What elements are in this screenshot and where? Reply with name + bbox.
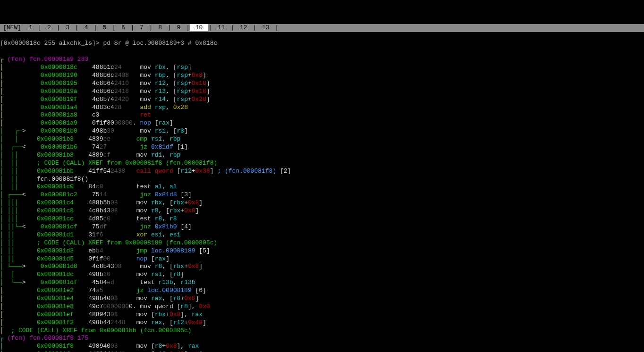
tab-11[interactable]: 11 <box>212 24 230 31</box>
disasm-line: │ └───> 0x000081d8 4c8b4308 mov r8, [rbx… <box>0 263 644 271</box>
address: 0x000081d3 <box>37 247 74 254</box>
disasm-line: │ 0x0000818c 488b1c24 mov rbx, [rsp] <box>0 64 644 72</box>
disasm-line: │ ││ ; CODE (CALL) XREF from 0x000081f8 … <box>0 159 644 168</box>
disasm-line: │ ││ ; CODE (CALL) XREF from 0x00008189 … <box>0 239 644 247</box>
hex-bytes: 4889ef <box>88 151 110 159</box>
hex-bytes: ebb4 <box>88 247 103 254</box>
address: 0x000081b3 <box>37 135 74 142</box>
hex-bytes: 0f1f00 <box>88 255 110 262</box>
disasm-line: │ ┌───< 0x000081c2 7514 jnz 0x81d8 [3] <box>0 191 644 199</box>
address: 0x000081e8 <box>37 303 74 310</box>
tab-2[interactable]: 2 <box>42 24 56 31</box>
disasm-line: │ ││ 0x000081d5 0f1f00 nop [rax] <box>0 255 644 263</box>
disasm-line: │ ┌──< 0x000081b6 7427 jz 0x81df [1] <box>0 143 644 151</box>
disasm-line: │ ; CODE (CALL) XREF from 0x000081bb (fc… <box>0 327 644 335</box>
disasm-line: │ 0x000081a9 0f1f8000000. nop [rax] <box>0 119 644 127</box>
disasm-line: │ 0x000081ef 48894308 mov [rbx+0x8], rax <box>0 311 644 319</box>
disasm-line: │ └──> 0x000081df 4584ed test r13b, r13b <box>0 279 644 287</box>
address: 0x000081b0 <box>41 127 77 134</box>
hex-bytes: 49c700000000. <box>88 303 136 310</box>
hex-bytes: 75df <box>92 223 107 230</box>
tab-bar: [NEW] 1 | 2 | 3 | 4 | 5 | 6 | 7 | 8 | 9 … <box>0 24 644 32</box>
hex-bytes: c3 <box>92 111 100 118</box>
hex-bytes: 0f1f8000000. <box>92 119 136 126</box>
hex-bytes: 41ff542438 <box>88 168 125 175</box>
tab-12[interactable]: 12 <box>234 24 253 31</box>
hex-bytes: 4584ed <box>92 279 114 286</box>
tab-10[interactable]: 10 <box>190 24 208 31</box>
address: 0x0000819a <box>41 88 77 95</box>
disasm-line: │ ┌─> 0x000081b0 498b30 mov rsi, [r8] <box>0 127 644 135</box>
address: 0x000081cf <box>41 223 77 230</box>
address: 0x000081b6 <box>41 143 77 151</box>
tab-new[interactable]: [NEW] <box>1 24 23 31</box>
hex-bytes: 7514 <box>92 191 107 198</box>
hex-bytes: 4c8b4308 <box>88 207 118 214</box>
tab-8[interactable]: 8 <box>153 24 168 31</box>
address: 0x00008195 <box>41 80 77 87</box>
disasm-line: │ ││ 0x000081b8 4889ef mov rdi, rbp <box>0 151 644 159</box>
hex-bytes: 4c8b742420 <box>92 96 129 103</box>
address: 0x0000819f <box>41 96 77 103</box>
address: 0x000081d8 <box>41 263 77 270</box>
hex-bytes: 488b6c2408 <box>92 72 129 79</box>
disasm-line: │ 0x00008190 488b6c2408 mov rbp, [rsp+0x… <box>0 72 644 80</box>
hex-bytes: 488b5b08 <box>88 199 118 206</box>
disasm-line: │ 0x00008195 4c8b642410 mov r12, [rsp+0x… <box>0 80 644 88</box>
disasm-line: │ 0x000081e2 74a5 jz loc.00008189 [6] <box>0 287 644 295</box>
tab-9[interactable]: 9 <box>171 24 186 31</box>
address: 0x000081f3 <box>37 319 74 326</box>
tab-4[interactable]: 4 <box>79 24 93 31</box>
address: 0x000081c0 <box>37 183 74 190</box>
hex-bytes: 498b4008 <box>88 295 118 302</box>
address: 0x000081bb <box>37 168 74 175</box>
disasm-line: │ │││ 0x000081cc 4d85c0 test r8, r8 <box>0 215 644 223</box>
address: 0x000081e4 <box>37 295 74 302</box>
tab-13[interactable]: 13 <box>256 24 275 31</box>
address: 0x0000818c <box>41 64 77 71</box>
tab-1[interactable]: 1 <box>23 24 38 31</box>
hex-bytes: 4883c428 <box>92 104 121 111</box>
address: 0x000081a8 <box>41 111 77 118</box>
tab-3[interactable]: 3 <box>60 24 75 31</box>
address: 0x000081a4 <box>41 104 77 111</box>
address: 0x000081c2 <box>41 191 77 198</box>
disasm-line: │ 0x000081f3 498b442448 mov rax, [r12+0x… <box>0 319 644 327</box>
address: 0x000081f8 <box>37 343 74 350</box>
tab-7[interactable]: 7 <box>134 24 149 31</box>
address: 0x000081c8 <box>37 207 74 214</box>
address: 0x000081d1 <box>37 231 74 238</box>
tab-5[interactable]: 5 <box>97 24 112 31</box>
address: 0x000081df <box>41 279 77 286</box>
address: 0x000081dc <box>37 271 74 278</box>
hex-bytes: 31f6 <box>88 231 103 238</box>
disasm-line: │ 0x000081e8 49c700000000. mov qword [r8… <box>0 303 644 311</box>
disasm-line: │ ││ 0x000081d3 ebb4 jmp loc.00008189 [5… <box>0 247 644 255</box>
hex-bytes: 498b30 <box>88 271 110 278</box>
disasm-line: │ 0x000081e4 498b4008 mov rax, [r8+0x8] <box>0 295 644 303</box>
hex-bytes: 4d85c0 <box>88 215 110 222</box>
disassembly-view: ┌ (fcn) fcn.000081a9 283│ 0x0000818c 488… <box>0 56 644 352</box>
disasm-line: │ ││└─< 0x000081cf 75df jnz 0x81b0 [4] <box>0 223 644 231</box>
disasm-line: │ ││ 0x000081c0 84c0 test al, al <box>0 183 644 191</box>
prompt-line[interactable]: [0x0000818c 255 alxchk_ls]> pd $r @ loc.… <box>0 40 644 48</box>
hex-bytes: 84c0 <box>88 183 103 190</box>
hex-bytes: 498b30 <box>92 127 114 134</box>
disasm-line: │ 0x0000819a 4c8b6c2418 mov r13, [rsp+0x… <box>0 88 644 96</box>
disasm-line: │ │││ 0x000081c4 488b5b08 mov rbx, [rbx+… <box>0 199 644 207</box>
disasm-line: │ │ 0x000081dc 498b30 mov rsi, [r8] <box>0 271 644 279</box>
address: 0x000081a9 <box>41 119 77 126</box>
address: 0x00008190 <box>41 72 77 79</box>
disasm-line: ┌ (fcn) fcn.000081a9 283 <box>0 56 644 64</box>
disasm-line: │ 0x000081a8 c3 ret <box>0 111 644 119</box>
hex-bytes: 4c8b4308 <box>92 263 121 270</box>
tab-6[interactable]: 6 <box>116 24 130 31</box>
disasm-line: │ 0x000081a4 4883c428 add rsp, 0x28 <box>0 104 644 112</box>
hex-bytes: 4839ee <box>88 135 110 142</box>
disasm-line: ┌ (fcn) fcn.000081f8 175 <box>0 335 644 343</box>
address: 0x000081cc <box>37 215 74 222</box>
address: 0x000081e2 <box>37 287 74 294</box>
disasm-line: │ 0x0000819f 4c8b742420 mov r14, [rsp+0x… <box>0 96 644 104</box>
hex-bytes: 74a5 <box>88 287 103 294</box>
hex-bytes: 7427 <box>92 143 107 151</box>
